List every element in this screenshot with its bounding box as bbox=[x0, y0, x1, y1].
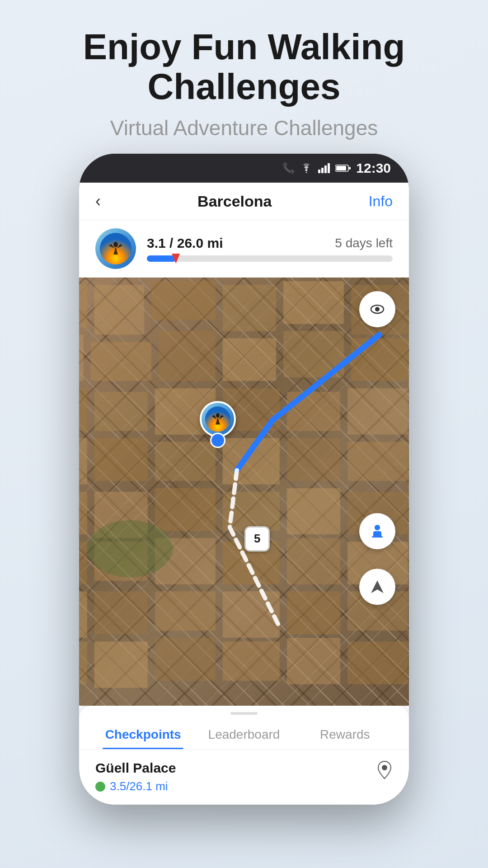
svg-point-71 bbox=[375, 525, 380, 530]
svg-point-69 bbox=[216, 413, 220, 418]
status-icons: 📞 bbox=[282, 160, 391, 176]
phone-wrapper: 📞 bbox=[79, 154, 409, 805]
progress-pin bbox=[172, 254, 180, 264]
progress-numbers: 3.1 / 26.0 mi 5 days left bbox=[147, 236, 393, 251]
svg-rect-10 bbox=[94, 285, 144, 335]
my-location-button[interactable] bbox=[359, 513, 395, 549]
svg-rect-60 bbox=[155, 638, 216, 681]
svg-rect-51 bbox=[79, 591, 87, 638]
bottom-sheet: Checkpoints Leaderboard Rewards Güell Pa… bbox=[79, 706, 409, 805]
svg-rect-59 bbox=[94, 642, 148, 688]
nav-title: Barcelona bbox=[197, 193, 272, 210]
distance-text: 3.1 / 26.0 mi bbox=[147, 236, 223, 251]
svg-rect-18 bbox=[159, 331, 216, 381]
checkpoint-name: Güell Palace bbox=[95, 760, 176, 776]
progress-bar-fill bbox=[147, 255, 176, 262]
tab-rewards[interactable]: Rewards bbox=[295, 718, 395, 749]
challenge-avatar bbox=[95, 228, 136, 269]
checkpoint-distance: 3.5/26.1 mi bbox=[95, 779, 176, 793]
sheet-tabs: Checkpoints Leaderboard Rewards bbox=[79, 718, 409, 750]
svg-point-73 bbox=[382, 765, 387, 770]
battery-icon bbox=[335, 164, 351, 172]
map-area: 5 bbox=[79, 278, 409, 706]
svg-rect-1 bbox=[321, 168, 324, 173]
avatar-silhouette-icon bbox=[100, 233, 131, 264]
svg-rect-31 bbox=[94, 438, 148, 481]
sub-title: Virtual Adventure Challenges bbox=[36, 116, 452, 140]
svg-point-8 bbox=[113, 242, 118, 247]
green-dot-icon bbox=[95, 782, 105, 792]
svg-point-65 bbox=[87, 520, 173, 577]
info-button[interactable]: Info bbox=[369, 193, 393, 210]
svg-rect-12 bbox=[223, 285, 276, 331]
svg-rect-27 bbox=[287, 392, 340, 431]
progress-card: 3.1 / 26.0 mi 5 days left bbox=[79, 220, 409, 278]
svg-rect-13 bbox=[283, 281, 344, 324]
progress-info: 3.1 / 26.0 mi 5 days left bbox=[147, 236, 393, 262]
page-header: Enjoy Fun Walking Challenges Virtual Adv… bbox=[0, 0, 488, 154]
svg-rect-0 bbox=[318, 170, 320, 173]
svg-rect-34 bbox=[287, 438, 340, 481]
toggle-view-button[interactable] bbox=[359, 291, 395, 327]
location-icon bbox=[376, 760, 393, 783]
navigate-icon bbox=[369, 579, 385, 595]
map-route-svg bbox=[79, 278, 409, 706]
main-title: Enjoy Fun Walking Challenges bbox=[36, 27, 452, 107]
svg-rect-61 bbox=[223, 642, 280, 681]
tab-leaderboard[interactable]: Leaderboard bbox=[193, 718, 294, 749]
svg-rect-39 bbox=[155, 488, 216, 531]
svg-point-67 bbox=[375, 307, 380, 311]
sheet-handle bbox=[230, 712, 258, 715]
map-avatar-icon bbox=[205, 406, 230, 432]
top-nav: ‹ Barcelona Info bbox=[79, 183, 409, 220]
svg-rect-3 bbox=[328, 163, 330, 173]
svg-rect-48 bbox=[287, 538, 340, 585]
svg-rect-44 bbox=[79, 542, 87, 585]
svg-rect-33 bbox=[223, 438, 280, 485]
svg-rect-23 bbox=[79, 388, 87, 431]
svg-rect-24 bbox=[94, 392, 148, 431]
checkpoint-number-badge: 5 bbox=[244, 526, 270, 552]
eye-icon bbox=[369, 301, 385, 317]
svg-rect-63 bbox=[347, 642, 408, 684]
svg-rect-30 bbox=[79, 438, 87, 485]
phone-content: ‹ Barcelona Info bbox=[79, 183, 409, 805]
svg-rect-21 bbox=[351, 338, 408, 381]
person-icon bbox=[369, 523, 385, 539]
progress-bar bbox=[147, 255, 393, 262]
wifi-icon bbox=[300, 163, 313, 173]
tab-checkpoints[interactable]: Checkpoints bbox=[93, 718, 193, 749]
status-bar: 📞 bbox=[79, 154, 409, 183]
svg-rect-17 bbox=[91, 342, 151, 381]
navigate-button[interactable] bbox=[359, 569, 395, 605]
svg-rect-72 bbox=[373, 531, 381, 538]
map-location-pin bbox=[210, 433, 225, 448]
signal-icon bbox=[318, 163, 330, 173]
svg-rect-55 bbox=[287, 591, 340, 634]
svg-rect-19 bbox=[223, 338, 276, 381]
phone-frame: 📞 bbox=[79, 154, 409, 805]
phone-icon: 📞 bbox=[282, 162, 295, 174]
svg-rect-35 bbox=[347, 442, 408, 481]
svg-rect-37 bbox=[79, 492, 87, 535]
checkpoint-info: Güell Palace 3.5/26.1 mi bbox=[95, 760, 176, 793]
svg-rect-9 bbox=[79, 285, 87, 328]
svg-rect-16 bbox=[79, 335, 84, 381]
checkpoint-list-item: Güell Palace 3.5/26.1 mi bbox=[79, 750, 409, 805]
svg-rect-58 bbox=[79, 642, 87, 684]
svg-rect-32 bbox=[155, 442, 216, 481]
svg-rect-2 bbox=[324, 165, 327, 173]
svg-rect-52 bbox=[94, 591, 148, 634]
svg-rect-6 bbox=[349, 167, 351, 170]
svg-rect-11 bbox=[151, 281, 216, 321]
checkpoint-avatar-marker bbox=[200, 401, 236, 437]
svg-rect-54 bbox=[223, 591, 280, 638]
svg-rect-41 bbox=[287, 488, 340, 535]
pin-icon bbox=[376, 760, 393, 779]
back-button[interactable]: ‹ bbox=[95, 192, 101, 211]
svg-rect-62 bbox=[287, 638, 340, 684]
status-time: 12:30 bbox=[356, 160, 391, 176]
days-left: 5 days left bbox=[335, 236, 393, 250]
svg-rect-5 bbox=[336, 166, 346, 170]
svg-rect-28 bbox=[347, 388, 408, 435]
